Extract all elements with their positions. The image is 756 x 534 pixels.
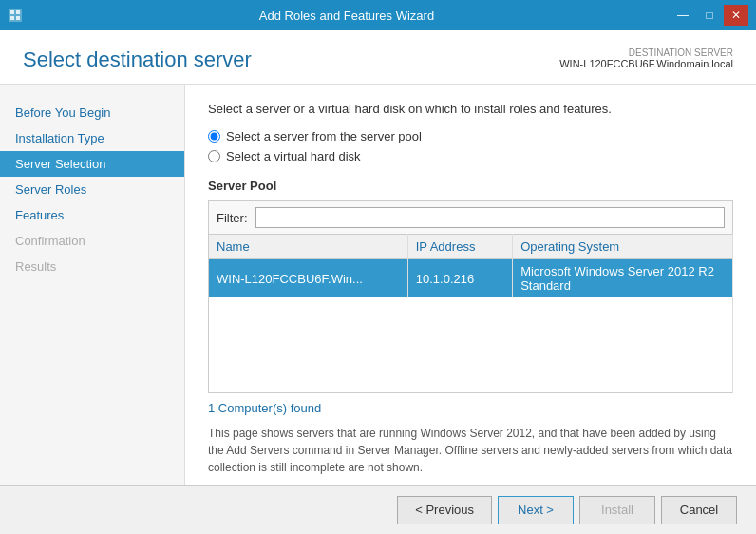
radio-server-pool[interactable]: Select a server from the server pool: [208, 129, 733, 143]
filter-row: Filter:: [208, 200, 733, 234]
radio-virtual-disk[interactable]: Select a virtual hard disk: [208, 149, 733, 163]
radio-virtual-disk-input[interactable]: [208, 150, 220, 162]
sidebar-item-confirmation: Confirmation: [0, 228, 184, 254]
wizard-header: Select destination server DESTINATION SE…: [0, 30, 756, 85]
next-button[interactable]: Next >: [498, 496, 574, 524]
table-empty-row-3: [209, 335, 733, 354]
table-empty-row-4: [209, 354, 733, 373]
previous-button[interactable]: < Previous: [397, 496, 492, 524]
svg-rect-1: [10, 10, 14, 14]
minimize-button[interactable]: —: [671, 5, 695, 26]
sidebar: Before You Begin Installation Type Serve…: [0, 85, 185, 485]
window-title: Add Roles and Features Wizard: [23, 9, 671, 23]
sidebar-item-before-you-begin[interactable]: Before You Begin: [0, 100, 184, 125]
sidebar-item-features[interactable]: Features: [0, 202, 184, 228]
table-row[interactable]: WIN-L120FCCBU6F.Win... 10.1.0.216 Micros…: [209, 259, 733, 298]
close-button[interactable]: ✕: [724, 5, 748, 26]
sidebar-item-server-roles[interactable]: Server Roles: [0, 177, 184, 202]
table-empty-row-1: [209, 297, 733, 316]
install-button[interactable]: Install: [579, 496, 655, 524]
row-ip: 10.1.0.216: [407, 259, 512, 298]
svg-rect-2: [16, 10, 20, 14]
destination-server-label: DESTINATION SERVER: [559, 48, 733, 58]
info-text: This page shows servers that are running…: [208, 425, 733, 476]
cancel-button[interactable]: Cancel: [661, 496, 737, 524]
destination-server-name: WIN-L120FCCBU6F.Windomain.local: [559, 58, 733, 69]
server-table: Name IP Address Operating System WIN-L12…: [208, 234, 733, 393]
row-name: WIN-L120FCCBU6F.Win...: [209, 259, 408, 298]
radio-group: Select a server from the server pool Sel…: [208, 129, 733, 163]
table-empty-row-2: [209, 316, 733, 335]
filter-input[interactable]: [255, 207, 726, 228]
window-controls: — □ ✕: [671, 5, 748, 26]
content-description: Select a server or a virtual hard disk o…: [208, 102, 733, 116]
col-name[interactable]: Name: [209, 235, 408, 259]
col-os[interactable]: Operating System: [513, 235, 733, 259]
radio-server-pool-input[interactable]: [208, 130, 220, 143]
wizard-container: Select destination server DESTINATION SE…: [0, 30, 756, 534]
sidebar-item-server-selection[interactable]: Server Selection: [0, 151, 184, 177]
table-header-row: Name IP Address Operating System: [209, 235, 733, 259]
computers-found: 1 Computer(s) found: [208, 401, 733, 415]
table-empty-row-5: [209, 373, 733, 392]
title-bar: Add Roles and Features Wizard — □ ✕: [0, 0, 756, 30]
server-pool-label: Server Pool: [208, 179, 733, 193]
sidebar-item-results: Results: [0, 254, 184, 279]
wizard-footer: < Previous Next > Install Cancel: [0, 485, 756, 534]
app-icon: [8, 8, 23, 23]
maximize-button[interactable]: □: [697, 5, 722, 26]
col-ip[interactable]: IP Address: [407, 235, 512, 259]
content-area: Select a server or a virtual hard disk o…: [185, 85, 756, 485]
filter-label: Filter:: [217, 211, 248, 225]
wizard-body: Before You Begin Installation Type Serve…: [0, 85, 756, 485]
row-os: Microsoft Windows Server 2012 R2 Standar…: [513, 259, 733, 298]
server-table-wrapper: Name IP Address Operating System WIN-L12…: [208, 234, 733, 393]
svg-rect-4: [16, 16, 20, 20]
svg-rect-3: [10, 16, 14, 20]
destination-server-info: DESTINATION SERVER WIN-L120FCCBU6F.Windo…: [559, 48, 733, 69]
page-title: Select destination server: [23, 48, 252, 72]
sidebar-item-installation-type[interactable]: Installation Type: [0, 125, 184, 151]
